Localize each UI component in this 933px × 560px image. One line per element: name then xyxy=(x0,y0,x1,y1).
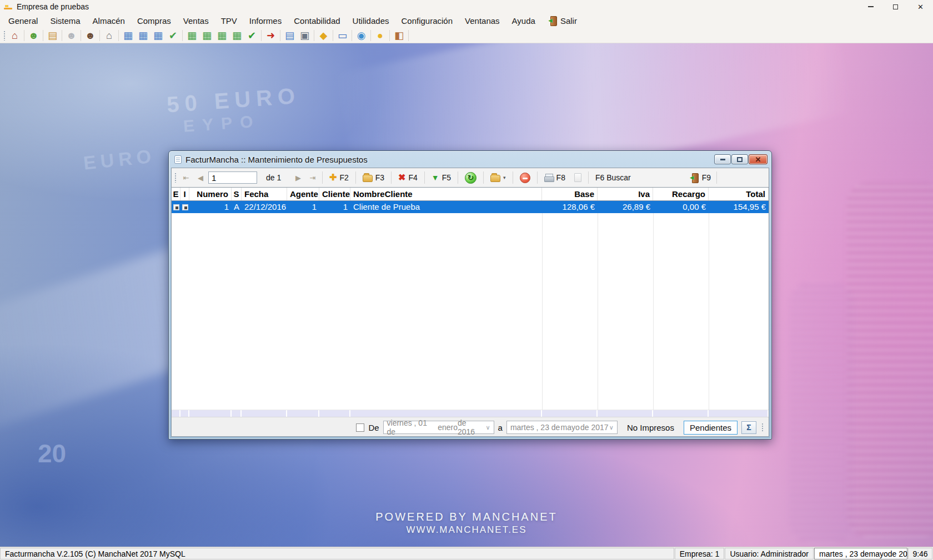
column-header-fecha[interactable]: Fecha xyxy=(242,188,287,200)
delete-record-button[interactable]: ✖ F4 xyxy=(394,170,422,185)
menu-item-salir[interactable]: ◄ Salir xyxy=(541,13,583,28)
exit-door-icon[interactable]: ◧ xyxy=(392,28,407,43)
first-record-button[interactable]: ⇤ xyxy=(179,171,193,184)
purchase-invoices-grid-icon[interactable]: ▦ xyxy=(136,28,151,43)
refresh-button[interactable]: ↻ xyxy=(461,170,480,185)
exit-form-button[interactable]: ◄ F9 xyxy=(685,170,715,185)
menu-item[interactable]: TPV xyxy=(215,13,243,28)
menu-item[interactable]: Informes xyxy=(243,13,288,28)
column-header-iva[interactable]: Iva xyxy=(598,188,653,200)
report-window-icon[interactable]: ▤ xyxy=(282,28,297,43)
date-from-picker[interactable]: viernes , 01 de enero de 2016 ∨ xyxy=(383,421,494,434)
pendientes-button[interactable]: Pendientes xyxy=(684,421,738,435)
sum-button[interactable]: Σ xyxy=(741,421,756,434)
folder-menu-button[interactable]: ▾ xyxy=(486,170,510,185)
home-icon[interactable]: ⌂ xyxy=(7,28,22,43)
sales-edit-grid-icon[interactable]: ▦ xyxy=(184,28,199,43)
window-title: Empresa de pruebas xyxy=(17,2,89,11)
prev-record-button[interactable]: ◀ xyxy=(194,171,207,184)
sales-check-grid-icon[interactable]: ✔ xyxy=(244,28,259,43)
purchase-orders-grid-icon[interactable]: ▦ xyxy=(121,28,136,43)
date-filter-checkbox[interactable] xyxy=(356,423,364,432)
sales-invoices-grid-icon[interactable]: ▦ xyxy=(214,28,229,43)
bell-icon[interactable]: ● xyxy=(373,28,388,43)
menu-item[interactable]: Contabilidad xyxy=(288,13,346,28)
print-button[interactable]: F8 xyxy=(540,170,569,185)
tag-icon[interactable]: ◆ xyxy=(316,28,331,43)
cell-total: 154,95 € xyxy=(709,201,769,213)
sales-budgets-grid-icon[interactable]: ▦ xyxy=(199,28,214,43)
status-date-picker[interactable]: martes , 23 de mayo de 2017 ∨ xyxy=(814,548,907,559)
document-page-icon xyxy=(574,173,581,182)
column-header-cliente[interactable]: Cliente xyxy=(319,188,350,200)
stop-icon xyxy=(520,173,530,183)
menu-item[interactable]: Utilidades xyxy=(347,13,395,28)
grid-summary-band xyxy=(172,410,769,417)
cell-iva: 26,89 € xyxy=(598,201,653,213)
separator xyxy=(424,171,425,184)
menu-item[interactable]: Configuración xyxy=(395,13,459,28)
menu-item[interactable]: Ventas xyxy=(177,13,215,28)
date-to-picker[interactable]: martes , 23 de mayo de 2017 ∨ xyxy=(506,421,618,434)
stop-button[interactable] xyxy=(516,170,534,185)
purchase-list-grid-icon[interactable]: ▦ xyxy=(151,28,165,43)
sales-list-grid-icon[interactable]: ▦ xyxy=(229,28,244,43)
desktop-background: 50 EURO EYPO EURO 20 POWERED BY MANCHANE… xyxy=(0,43,933,547)
menu-item[interactable]: Sistema xyxy=(44,13,86,28)
dialog-minimize-button[interactable] xyxy=(714,154,731,164)
printer-icon xyxy=(544,174,554,181)
warehouse-icon[interactable]: ⌂ xyxy=(102,28,117,43)
row-flag-i[interactable] xyxy=(180,201,189,213)
table-row[interactable]: 1 A 22/12/2016 1 1 Cliente de Prueba 128… xyxy=(172,201,769,213)
add-record-button[interactable]: ✚ F2 xyxy=(325,170,353,185)
agent-icon[interactable]: ☻ xyxy=(83,28,98,43)
delete-icon: ✖ xyxy=(398,173,405,182)
row-flag-e[interactable] xyxy=(172,201,180,213)
clients-group-icon[interactable]: ☻ xyxy=(26,28,41,43)
first-record-icon: ⇤ xyxy=(183,174,189,182)
close-button[interactable]: ✕ xyxy=(908,0,933,13)
column-header-recargo[interactable]: Recargo xyxy=(653,188,709,200)
record-number-input[interactable] xyxy=(208,171,257,184)
menu-item[interactable]: Almacén xyxy=(87,13,131,28)
next-record-button[interactable]: ▶ xyxy=(292,171,305,184)
minimize-button[interactable] xyxy=(858,0,883,13)
column-header-base[interactable]: Base xyxy=(542,188,598,200)
menu-item[interactable]: Compras xyxy=(131,13,177,28)
toolbar-grip[interactable] xyxy=(3,31,6,41)
dialog-maximize-button[interactable] xyxy=(731,154,748,164)
menu-item[interactable]: Ayuda xyxy=(506,13,541,28)
exit-group: ◄ F9 xyxy=(685,170,719,185)
printer-icon[interactable]: ▣ xyxy=(297,28,312,43)
column-header-i[interactable]: I xyxy=(180,188,189,200)
no-impresos-button[interactable]: No Impresos xyxy=(621,420,680,435)
export-arrow-icon[interactable]: ➜ xyxy=(263,28,278,43)
status-bar: Facturmancha V.2.105 (C) ManchaNet 2017 … xyxy=(0,547,933,560)
purchase-check-doc-icon[interactable]: ✔ xyxy=(165,28,180,43)
column-header-s[interactable]: S xyxy=(232,188,242,200)
last-record-button[interactable]: ⇥ xyxy=(306,171,319,184)
background-banknote-text: 50 EURO xyxy=(166,83,302,118)
import-record-button[interactable]: ▼ F5 xyxy=(428,170,455,185)
column-header-agente[interactable]: Agente xyxy=(287,188,319,200)
open-record-button[interactable]: F3 xyxy=(359,170,388,185)
card-icon[interactable]: ▭ xyxy=(335,28,350,43)
menu-item[interactable]: General xyxy=(2,13,44,28)
dialog-titlebar[interactable]: FacturMancha :: Mantenimiento de Presupu… xyxy=(171,151,769,168)
column-header-numero[interactable]: Numero xyxy=(189,188,232,200)
footer-grip[interactable] xyxy=(761,423,764,432)
separator xyxy=(458,171,458,184)
maximize-button[interactable] xyxy=(883,0,908,13)
dialog-close-button[interactable]: ✕ xyxy=(749,154,768,164)
dialog-toolbar-grip[interactable] xyxy=(174,173,177,183)
separator xyxy=(588,171,589,184)
search-button[interactable]: F6 Buscar xyxy=(591,170,635,185)
document-button[interactable] xyxy=(570,170,585,185)
column-header-nombrecliente[interactable]: NombreCliente xyxy=(350,188,542,200)
cashbox-icon[interactable]: ▤ xyxy=(45,28,60,43)
client-icon[interactable]: ☻ xyxy=(64,28,79,43)
send-globe-icon[interactable]: ◉ xyxy=(354,28,369,43)
column-header-e[interactable]: E xyxy=(172,188,180,200)
menu-item[interactable]: Ventanas xyxy=(459,13,506,28)
column-header-total[interactable]: Total xyxy=(709,188,769,200)
